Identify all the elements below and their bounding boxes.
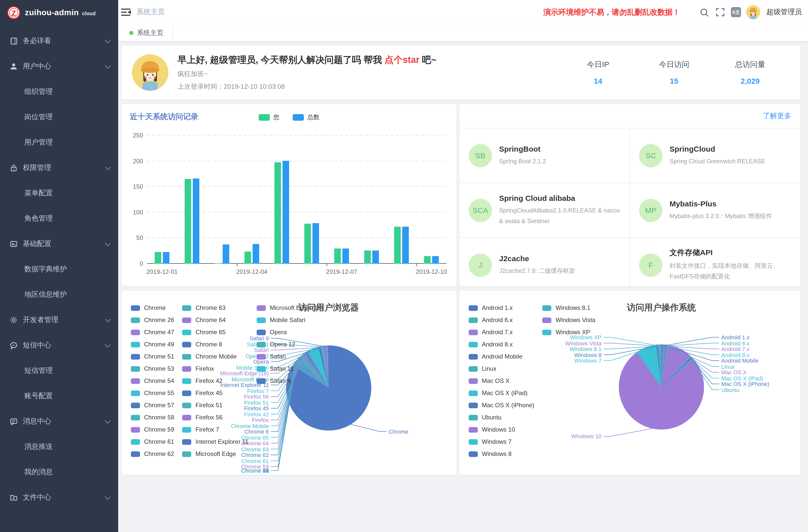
sidebar-item-6[interactable]: 消息中心 (0, 409, 118, 434)
sidebar-subitem[interactable]: 账号配置 (0, 383, 118, 409)
bar-您-2019-12-03[interactable] (215, 263, 221, 264)
legend-item[interactable]: Chrome 58 (131, 411, 174, 423)
legend-item[interactable]: Windows XP (543, 326, 595, 338)
sidebar-subitem[interactable]: 组织管理 (0, 79, 118, 105)
bar-总数-2019-12-07[interactable] (342, 248, 349, 264)
bar-总数-2019-12-03[interactable] (223, 244, 229, 264)
legend-item[interactable]: Chrome 53 (131, 363, 174, 375)
stat-value[interactable]: 2,029 (712, 77, 788, 85)
legend-item[interactable]: Chrome Mobile (182, 350, 249, 363)
sidebar-item-2[interactable]: 权限管理 (0, 155, 118, 181)
sidebar-subitem[interactable]: 菜单配置 (0, 181, 118, 206)
bar-您-2019-12-06[interactable] (304, 224, 311, 264)
bar-您-2019-12-05[interactable] (274, 162, 281, 264)
bar-总数-2019-12-04[interactable] (253, 244, 259, 264)
sidebar-item-3[interactable]: 基础配置 (0, 231, 118, 257)
fullscreen-icon[interactable] (715, 6, 726, 18)
bar-总数-2019-12-01[interactable] (163, 252, 169, 264)
legend-item[interactable]: Chrome 55 (131, 387, 174, 399)
sidebar-subitem[interactable]: 我的消息 (0, 459, 118, 485)
sidebar-subitem[interactable]: 岗位管理 (0, 105, 118, 130)
avatar[interactable] (746, 5, 760, 19)
legend-item[interactable]: Chrome 51 (131, 350, 174, 363)
star-link[interactable]: 点个star (384, 55, 420, 65)
legend-item[interactable]: Firefox (182, 363, 249, 375)
tab-home[interactable]: 系统主页 (120, 24, 173, 41)
bar-总数-2019-12-10[interactable] (432, 256, 439, 264)
legend-item[interactable]: Chrome 26 (131, 314, 174, 326)
legend-item[interactable]: Windows 8.1 (543, 302, 595, 314)
tech-card-item-3[interactable]: MPMybatis-PlusMybatis-plus 3.2.0：Mybatis… (630, 183, 801, 238)
language-icon[interactable]: A文 (731, 7, 741, 17)
bar-您-2019-12-08[interactable] (364, 250, 371, 264)
legend-item[interactable]: Chrome 65 (182, 326, 249, 338)
legend-item[interactable]: Chrome 64 (182, 314, 249, 326)
bar-您-2019-12-07[interactable] (334, 248, 341, 264)
legend-item[interactable]: Chrome 49 (131, 338, 174, 350)
legend-item[interactable]: Safari 11 (257, 363, 323, 375)
learn-more-link[interactable]: 了解更多 (763, 111, 791, 121)
bar-总数-2019-12-05[interactable] (282, 161, 289, 264)
logo[interactable]: Z zuihou-admin cloud (0, 0, 118, 25)
legend-item[interactable]: Mac OS X (iPad) (469, 387, 534, 399)
legend-item[interactable]: Windows Vista (543, 314, 595, 326)
os-pie[interactable] (619, 344, 704, 429)
sidebar-item-1[interactable]: 用户中心 (0, 54, 118, 79)
legend-item[interactable]: Chrome 54 (131, 375, 174, 387)
legend-item[interactable]: Windows 8 (469, 448, 534, 460)
bar-您-2019-12-09[interactable] (394, 227, 401, 264)
legend-item[interactable]: Windows 10 (469, 423, 534, 436)
tech-card-item-2[interactable]: SCASpring Cloud alibabaSpringCloudAlibab… (460, 183, 630, 238)
legend-item[interactable]: 您 (259, 113, 279, 122)
legend-item[interactable]: Linux (469, 363, 534, 375)
tech-card-item-5[interactable]: F文件存储API封装文件接口，实现本地存储、阿里云、FastDFS存储的配置化 (630, 238, 801, 286)
legend-item[interactable]: Chrome 63 (182, 302, 249, 314)
bar-总数-2019-12-08[interactable] (372, 250, 379, 264)
bar-您-2019-12-02[interactable] (185, 179, 191, 264)
sidebar-subitem[interactable]: 短信管理 (0, 358, 118, 383)
legend-item[interactable]: Firefox 51 (182, 399, 249, 411)
legend-item[interactable]: Chrome 61 (131, 436, 174, 448)
stat-value[interactable]: 15 (636, 77, 712, 85)
bar-总数-2019-12-06[interactable] (312, 223, 319, 264)
sidebar-subitem[interactable]: 地区信息维护 (0, 282, 118, 307)
tech-card-item-4[interactable]: JJ2cacheJ2cache2.7.8: 二级缓存框架 (460, 238, 630, 286)
legend-item[interactable]: Firefox 45 (182, 387, 249, 399)
bar-总数-2019-12-09[interactable] (402, 227, 409, 264)
legend-item[interactable]: Chrome 62 (131, 448, 174, 460)
legend-item[interactable]: Mac OS X (iPhone) (469, 399, 534, 411)
legend-item[interactable]: Mac OS X (469, 375, 534, 387)
sidebar-subitem[interactable]: 消息推送 (0, 434, 118, 459)
bar-您-2019-12-01[interactable] (155, 252, 161, 264)
bar-总数-2019-12-02[interactable] (193, 179, 199, 264)
legend-item[interactable]: Mobile Safari (257, 314, 323, 326)
legend-item[interactable]: Android 1.x (469, 302, 534, 314)
tech-card-item-1[interactable]: SCSpringCloudSpring Cloud Greenwich.RELE… (630, 128, 801, 183)
legend-item[interactable]: 总数 (293, 113, 319, 122)
legend-item[interactable]: Windows 7 (469, 436, 534, 448)
sidebar-subitem[interactable]: 角色管理 (0, 206, 118, 231)
stat-value[interactable]: 14 (560, 77, 636, 85)
legend-item[interactable]: Opera 12 (257, 338, 323, 350)
bar-您-2019-12-04[interactable] (244, 251, 251, 264)
search-icon[interactable] (698, 6, 710, 18)
sidebar-item-5[interactable]: 短信中心 (0, 333, 118, 358)
legend-item[interactable]: Android 7.x (469, 326, 534, 338)
legend-item[interactable]: Chrome 57 (131, 399, 174, 411)
sidebar-item-4[interactable]: 开发者管理 (0, 307, 118, 333)
legend-item[interactable]: Opera (257, 326, 323, 338)
legend-item[interactable]: Microsoft Edge (182, 448, 249, 460)
legend-item[interactable]: Ubuntu (469, 411, 534, 423)
collapse-menu-icon[interactable] (121, 8, 131, 16)
tech-card-item-0[interactable]: SBSpringBootSpring Boot 2.1.2 (460, 128, 630, 183)
legend-item[interactable]: Chrome (131, 302, 174, 314)
legend-item[interactable]: Firefox 7 (182, 423, 249, 436)
legend-item[interactable]: Firefox 56 (182, 411, 249, 423)
legend-item[interactable]: Safari 9 (257, 375, 323, 387)
legend-item[interactable]: Android 6.x (469, 314, 534, 326)
legend-item[interactable]: Chrome 59 (131, 423, 174, 436)
legend-item[interactable]: Chrome 47 (131, 326, 174, 338)
legend-item[interactable]: Internet Explorer 11 (182, 436, 249, 448)
sidebar-subitem[interactable]: 数据字典维护 (0, 257, 118, 282)
sidebar-item-0[interactable]: 务必详看 (0, 29, 118, 54)
